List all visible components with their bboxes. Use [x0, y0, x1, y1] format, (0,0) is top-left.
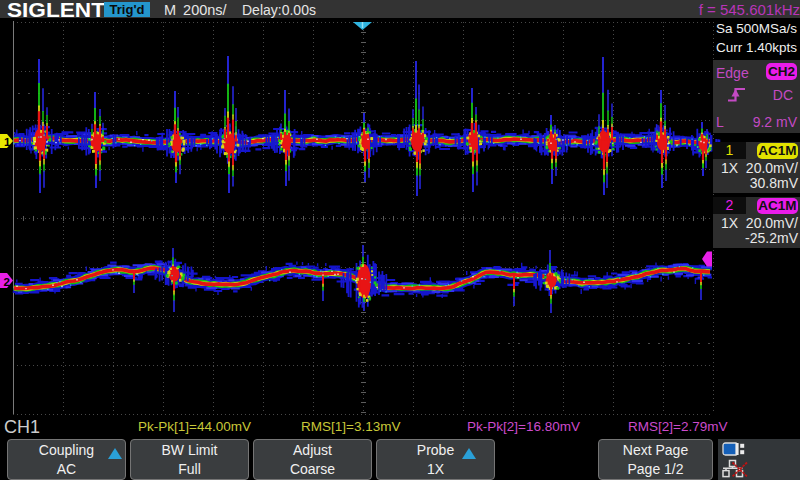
svg-text:2: 2: [4, 276, 10, 288]
svg-text:1: 1: [4, 136, 11, 148]
